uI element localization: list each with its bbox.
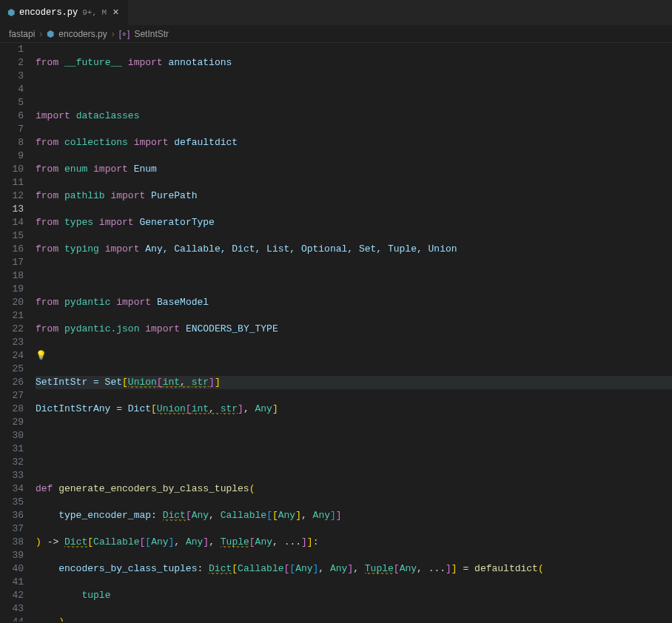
python-file-icon: ⬢: [7, 7, 15, 18]
code-content[interactable]: from __future__ import annotations impor…: [36, 43, 672, 622]
line-number: 14: [0, 216, 24, 229]
line-number: 1: [0, 43, 24, 56]
line-number: 41: [0, 576, 24, 589]
chevron-right-icon: ›: [112, 29, 115, 39]
line-number: 42: [0, 589, 24, 602]
line-number: 16: [0, 243, 24, 256]
breadcrumb-file[interactable]: encoders.py: [58, 29, 107, 39]
line-number: 22: [0, 323, 24, 336]
line-number: 20: [0, 296, 24, 309]
line-number: 3: [0, 70, 24, 83]
line-number: 35: [0, 496, 24, 509]
breadcrumb-symbol[interactable]: SetIntStr: [134, 29, 169, 39]
line-number: 43: [0, 602, 24, 616]
line-number: 27: [0, 389, 24, 403]
line-number: 30: [0, 429, 24, 442]
line-number: 2: [0, 56, 24, 70]
line-number: 18: [0, 269, 24, 283]
line-number: 40: [0, 562, 24, 576]
line-number: 8: [0, 136, 24, 149]
python-file-icon: ⬢: [47, 29, 54, 39]
tab-dirty-indicator: 9+, M: [82, 8, 107, 17]
line-number: 15: [0, 229, 24, 243]
line-number: 19: [0, 283, 24, 296]
line-number: 13: [0, 203, 24, 216]
breadcrumb[interactable]: fastapi › ⬢ encoders.py › [∘] SetIntStr: [0, 26, 672, 43]
chevron-right-icon: ›: [39, 29, 42, 39]
line-number: 6: [0, 110, 24, 123]
breadcrumb-folder[interactable]: fastapi: [9, 29, 35, 39]
tab-bar: ⬢ encoders.py 9+, M ×: [0, 0, 672, 26]
line-number: 5: [0, 96, 24, 110]
line-number-gutter: 1234567891011121314151617181920212223242…: [0, 43, 36, 622]
line-number: 10: [0, 163, 24, 176]
line-number: 11: [0, 176, 24, 189]
symbol-icon: [∘]: [119, 29, 130, 39]
line-number: 38: [0, 536, 24, 549]
line-number: 31: [0, 442, 24, 456]
lightbulb-icon[interactable]: 💡: [36, 351, 47, 361]
line-number: 9: [0, 149, 24, 163]
line-number: 7: [0, 123, 24, 136]
line-number: 21: [0, 309, 24, 323]
line-number: 34: [0, 482, 24, 496]
line-number: 12: [0, 189, 24, 203]
line-number: 33: [0, 469, 24, 482]
line-number: 25: [0, 363, 24, 376]
line-number: 4: [0, 83, 24, 96]
line-number: 29: [0, 416, 24, 429]
line-number: 17: [0, 256, 24, 269]
line-number: 36: [0, 509, 24, 522]
line-number: 28: [0, 403, 24, 416]
line-number: 24: [0, 349, 24, 363]
line-number: 32: [0, 456, 24, 469]
line-number: 23: [0, 336, 24, 349]
line-number: 44: [0, 616, 24, 622]
close-icon[interactable]: ×: [111, 7, 120, 18]
tab-filename: encoders.py: [19, 7, 78, 18]
code-editor[interactable]: 1234567891011121314151617181920212223242…: [0, 43, 672, 622]
line-number: 26: [0, 376, 24, 389]
line-number: 39: [0, 549, 24, 562]
line-number: 37: [0, 522, 24, 536]
tab-encoders[interactable]: ⬢ encoders.py 9+, M ×: [0, 0, 128, 25]
